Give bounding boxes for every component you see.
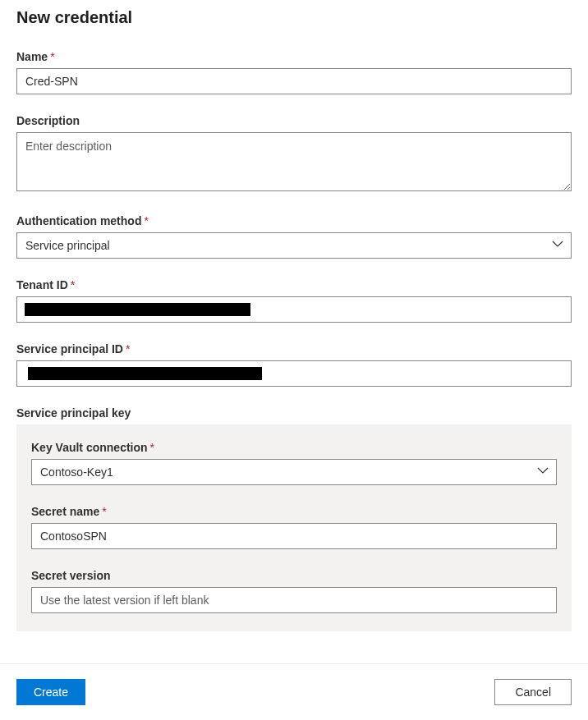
service-principal-key-group: Service principal key Key Vault connecti… — [16, 406, 572, 631]
description-label-text: Description — [16, 114, 80, 127]
create-button[interactable]: Create — [16, 679, 85, 705]
service-principal-key-label-text: Service principal key — [16, 406, 131, 420]
description-input[interactable] — [16, 132, 572, 191]
key-vault-connection-select[interactable]: Contoso-Key1 — [31, 459, 557, 485]
auth-method-field-group: Authentication method* Service principal — [16, 214, 572, 259]
required-asterisk-icon: * — [126, 342, 130, 355]
tenant-id-field-group: Tenant ID* — [16, 278, 572, 323]
service-principal-key-section: Key Vault connection* Contoso-Key1 Secre… — [16, 424, 572, 631]
secret-version-label-text: Secret version — [31, 569, 111, 582]
name-input[interactable] — [16, 68, 572, 94]
secret-version-input[interactable] — [31, 587, 557, 613]
service-principal-id-field-group: Service principal ID* — [16, 342, 572, 387]
auth-method-label: Authentication method* — [16, 214, 572, 227]
tenant-id-label-text: Tenant ID — [16, 278, 68, 291]
auth-method-label-text: Authentication method — [16, 214, 141, 227]
secret-version-label: Secret version — [31, 569, 557, 582]
service-principal-key-label: Service principal key — [16, 406, 572, 420]
description-field-group: Description — [16, 114, 572, 195]
key-vault-connection-field-group: Key Vault connection* Contoso-Key1 — [31, 441, 557, 485]
tenant-id-label: Tenant ID* — [16, 278, 572, 291]
redacted-content — [25, 303, 250, 316]
secret-name-label: Secret name* — [31, 505, 557, 518]
required-asterisk-icon: * — [71, 278, 75, 291]
auth-method-select-wrapper: Service principal — [16, 232, 572, 259]
service-principal-id-label-text: Service principal ID — [16, 342, 123, 355]
name-label: Name* — [16, 50, 572, 63]
required-asterisk-icon: * — [150, 441, 154, 454]
secret-name-field-group: Secret name* — [31, 505, 557, 549]
service-principal-id-label: Service principal ID* — [16, 342, 572, 355]
redacted-content — [28, 367, 262, 380]
required-asterisk-icon: * — [144, 214, 148, 227]
tenant-id-input[interactable] — [16, 296, 572, 323]
required-asterisk-icon: * — [102, 505, 106, 518]
secret-version-field-group: Secret version — [31, 569, 557, 613]
name-label-text: Name — [16, 50, 48, 63]
description-label: Description — [16, 114, 572, 127]
cancel-button[interactable]: Cancel — [494, 679, 572, 705]
secret-name-label-text: Secret name — [31, 505, 99, 518]
secret-name-input[interactable] — [31, 523, 557, 549]
page-title: New credential — [16, 8, 572, 27]
required-asterisk-icon: * — [50, 50, 54, 63]
footer-bar: Create Cancel — [0, 663, 588, 720]
auth-method-select[interactable]: Service principal — [16, 232, 572, 259]
key-vault-connection-label: Key Vault connection* — [31, 441, 557, 454]
key-vault-connection-label-text: Key Vault connection — [31, 441, 148, 454]
key-vault-connection-select-wrapper: Contoso-Key1 — [31, 459, 557, 485]
service-principal-id-input[interactable] — [16, 360, 572, 387]
name-field-group: Name* — [16, 50, 572, 94]
